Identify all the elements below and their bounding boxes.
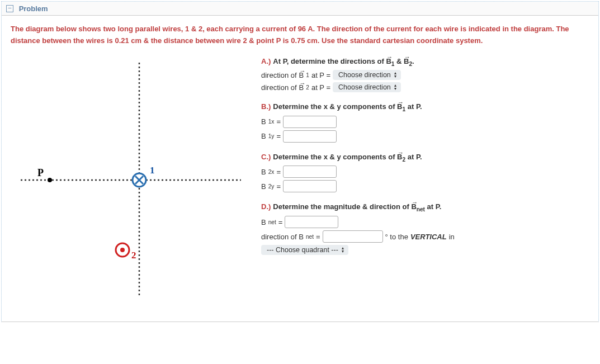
- bnet-quadrant-row: --- Choose quadrant --- ▴▾: [261, 245, 589, 255]
- b1y-input[interactable]: [283, 130, 337, 143]
- part-a-letter: A.): [261, 57, 271, 65]
- b1y-row: B1y =: [261, 130, 589, 143]
- b1x-row: B1x =: [261, 116, 589, 128]
- b2y-input[interactable]: [283, 180, 337, 192]
- part-c: C.)Determine the x & y components of B2 …: [261, 153, 589, 193]
- chevron-updown-icon: ▴▾: [394, 84, 396, 91]
- diagram: 1 2 P: [11, 57, 245, 305]
- section-title: Problem: [19, 4, 48, 13]
- b2x-row: B2x =: [261, 166, 589, 178]
- b2y-row: B2y =: [261, 180, 589, 192]
- b1x-input[interactable]: [283, 116, 337, 128]
- diagram-svg: 1 2 P: [11, 57, 245, 303]
- part-a: A.)At P, determine the directions of B1 …: [261, 57, 589, 93]
- part-c-letter: C.): [261, 153, 271, 161]
- quadrant-select[interactable]: --- Choose quadrant --- ▴▾: [261, 245, 348, 255]
- svg-point-7: [120, 248, 125, 252]
- part-d-title: D.)Determine the magnitude & direction o…: [261, 202, 589, 212]
- content: The diagram below shows two long paralle…: [2, 16, 598, 322]
- part-d-letter: D.): [261, 202, 271, 211]
- problem-statement: The diagram below shows two long paralle…: [11, 23, 589, 47]
- b2x-input[interactable]: [283, 166, 337, 178]
- questions: A.)At P, determine the directions of B1 …: [261, 57, 589, 305]
- part-b-letter: B.): [261, 102, 271, 111]
- a-row-1: direction of B1 at P = Choose direction …: [261, 70, 589, 80]
- collapse-toggle[interactable]: −: [6, 5, 13, 12]
- part-c-title: C.)Determine the x & y components of B2 …: [261, 153, 589, 163]
- section-header: − Problem: [2, 2, 598, 16]
- a-row-2: direction of B2 at P = Choose direction …: [261, 82, 589, 92]
- bnet-angle-input[interactable]: [323, 230, 383, 243]
- direction-b2-select[interactable]: Choose direction ▴▾: [333, 82, 401, 92]
- bnet-input[interactable]: [285, 216, 338, 228]
- part-d: D.)Determine the magnitude & direction o…: [261, 202, 589, 255]
- part-b-title: B.)Determine the x & y components of B1 …: [261, 102, 589, 112]
- direction-b1-select[interactable]: Choose direction ▴▾: [333, 70, 401, 80]
- svg-text:1: 1: [150, 165, 155, 176]
- svg-text:P: P: [37, 167, 44, 178]
- layout: 1 2 P A.)At P, determine the directions …: [11, 57, 589, 305]
- problem-panel: − Problem The diagram below shows two lo…: [1, 1, 599, 322]
- chevron-updown-icon: ▴▾: [342, 247, 344, 253]
- part-b: B.)Determine the x & y components of B1 …: [261, 102, 589, 143]
- part-a-title: A.)At P, determine the directions of B1 …: [261, 57, 589, 67]
- svg-text:2: 2: [131, 250, 136, 261]
- bnet-dir-row: direction of Bnet = ° to the VERTICAL in: [261, 230, 589, 243]
- svg-point-9: [48, 178, 52, 182]
- bnet-row: Bnet =: [261, 216, 589, 228]
- chevron-updown-icon: ▴▾: [394, 72, 396, 78]
